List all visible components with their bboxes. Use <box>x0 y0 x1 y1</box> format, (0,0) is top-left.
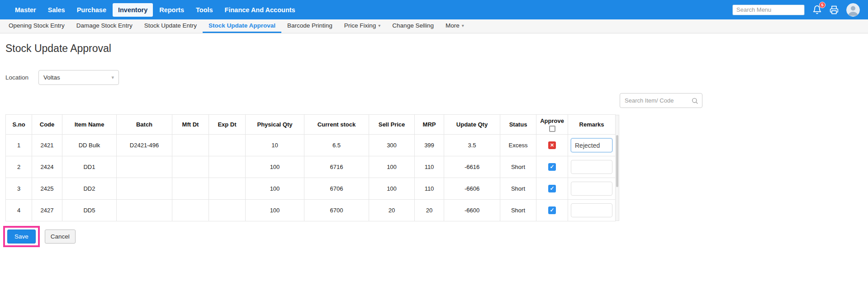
tab-label: Stock Update Entry <box>144 22 197 29</box>
cell-physical-qty: 100 <box>246 200 304 221</box>
tab-label: Barcode Printing <box>287 22 332 29</box>
search-icon[interactable] <box>691 97 702 104</box>
cell-mrp: 20 <box>415 200 444 221</box>
cell-mrp: 110 <box>415 178 444 200</box>
cell-update-qty: -6600 <box>444 200 500 221</box>
search-menu-input[interactable] <box>732 5 805 15</box>
cell-exp-dt <box>209 200 246 221</box>
scrollbar-thumb[interactable] <box>616 135 618 187</box>
column-header-batch: Batch <box>117 115 172 135</box>
main-content: Stock Update Approval Location Voltas ▾ … <box>0 42 868 247</box>
cell-remarks <box>568 135 616 156</box>
cell-sno: 3 <box>6 178 32 200</box>
cell-update-qty: 3.5 <box>444 135 500 156</box>
main-menu: Master Sales Purchase Inventory Reports … <box>9 3 301 17</box>
remarks-input[interactable] <box>571 160 612 174</box>
cell-physical-qty: 100 <box>246 156 304 178</box>
chevron-down-icon: ▾ <box>378 23 380 28</box>
column-header-item-name: Item Name <box>62 115 117 135</box>
action-buttons-row: Save Cancel <box>3 226 868 247</box>
approve-header-label: Approve <box>540 117 564 124</box>
avatar[interactable] <box>846 3 860 17</box>
chevron-down-icon: ▾ <box>112 75 114 80</box>
tab-price-fixing[interactable]: Price Fixing▾ <box>338 19 387 33</box>
cell-code: 2424 <box>32 156 62 178</box>
cell-update-qty: -6616 <box>444 156 500 178</box>
nav-item-reports[interactable]: Reports <box>154 3 190 17</box>
tab-opening-stock-entry[interactable]: Opening Stock Entry <box>3 19 71 33</box>
tab-barcode-printing[interactable]: Barcode Printing <box>281 19 338 33</box>
cell-sell-price: 300 <box>369 135 415 156</box>
cell-current-stock: 6706 <box>304 178 369 200</box>
cancel-button[interactable]: Cancel <box>45 230 76 244</box>
approve-all-checkbox[interactable] <box>549 126 555 132</box>
secondary-navbar: Opening Stock Entry Damage Stock Entry S… <box>0 19 868 33</box>
page-title: Stock Update Approval <box>5 42 868 55</box>
cell-exp-dt <box>209 156 246 178</box>
cell-batch <box>117 200 172 221</box>
save-button[interactable]: Save <box>7 230 36 244</box>
cell-approve <box>536 178 568 200</box>
cell-status: Short <box>500 156 536 178</box>
approve-checkbox[interactable] <box>548 185 556 192</box>
cell-approve <box>536 200 568 221</box>
remarks-input[interactable] <box>571 182 612 196</box>
approve-checkbox[interactable] <box>548 163 556 171</box>
tab-damage-stock-entry[interactable]: Damage Stock Entry <box>71 19 138 33</box>
table-row: 1 2421 DD Bulk D2421-496 10 6.5 300 399 … <box>6 135 616 156</box>
cell-status: Excess <box>500 135 536 156</box>
column-header-status: Status <box>500 115 536 135</box>
tab-stock-update-approval[interactable]: Stock Update Approval <box>203 19 281 33</box>
tab-more[interactable]: More▾ <box>440 19 470 33</box>
cell-mrp: 399 <box>415 135 444 156</box>
location-select[interactable]: Voltas ▾ <box>38 70 119 85</box>
annotation-highlight-box: Save <box>3 226 40 247</box>
tab-label: Price Fixing <box>344 22 376 29</box>
nav-item-tools[interactable]: Tools <box>190 3 218 17</box>
search-menu-box <box>732 5 805 15</box>
cell-exp-dt <box>209 178 246 200</box>
cell-remarks <box>568 156 616 178</box>
approve-checkbox[interactable] <box>548 141 556 149</box>
stock-table-wrap: S.no Code Item Name Batch Mft Dt Exp Dt … <box>5 114 619 221</box>
nav-item-master[interactable]: Master <box>9 3 42 17</box>
cell-sell-price: 100 <box>369 178 415 200</box>
location-select-value: Voltas <box>43 74 60 81</box>
location-label: Location <box>5 74 28 81</box>
column-header-current-stock: Current stock <box>304 115 369 135</box>
item-search-input[interactable] <box>620 97 691 104</box>
item-search-box <box>620 93 702 108</box>
column-header-sell-price: Sell Price <box>369 115 415 135</box>
cell-mft-dt <box>172 156 209 178</box>
tab-label: Opening Stock Entry <box>9 22 65 29</box>
cell-current-stock: 6716 <box>304 156 369 178</box>
cell-update-qty: -6606 <box>444 178 500 200</box>
cell-status: Short <box>500 200 536 221</box>
vertical-scrollbar[interactable] <box>615 115 619 221</box>
column-header-update-qty: Update Qty <box>444 115 500 135</box>
remarks-input[interactable] <box>571 138 612 152</box>
topnav-right-cluster: 5 <box>732 3 860 17</box>
column-header-mrp: MRP <box>415 115 444 135</box>
nav-item-inventory[interactable]: Inventory <box>113 3 153 17</box>
cell-sno: 4 <box>6 200 32 221</box>
cell-item-name: DD Bulk <box>62 135 117 156</box>
cell-exp-dt <box>209 135 246 156</box>
column-header-approve: Approve <box>536 115 568 135</box>
table-row: 4 2427 DD5 100 6700 20 20 -6600 Short <box>6 200 616 221</box>
nav-item-sales[interactable]: Sales <box>43 3 71 17</box>
nav-item-finance-and-accounts[interactable]: Finance And Accounts <box>219 3 301 17</box>
print-icon[interactable] <box>830 5 839 14</box>
table-row: 2 2424 DD1 100 6716 100 110 -6616 Short <box>6 156 616 178</box>
approve-checkbox[interactable] <box>548 206 556 214</box>
nav-item-purchase[interactable]: Purchase <box>71 3 112 17</box>
remarks-input[interactable] <box>571 203 612 217</box>
tab-change-selling[interactable]: Change Selling <box>386 19 440 33</box>
chevron-down-icon: ▾ <box>462 23 464 28</box>
notification-badge: 5 <box>819 2 825 8</box>
tab-stock-update-entry[interactable]: Stock Update Entry <box>138 19 203 33</box>
tab-label: Damage Stock Entry <box>76 22 133 29</box>
notification-bell-icon[interactable]: 5 <box>812 5 822 14</box>
cell-current-stock: 6.5 <box>304 135 369 156</box>
column-header-mft-dt: Mft Dt <box>172 115 209 135</box>
